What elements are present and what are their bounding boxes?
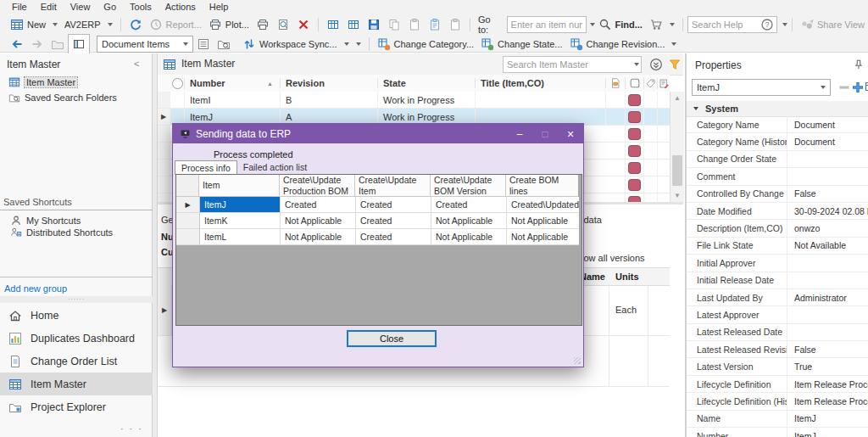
property-value[interactable]: Administrator: [787, 289, 868, 305]
cell-item[interactable]: ItemJ: [200, 197, 281, 213]
property-row[interactable]: File Link State Not Available: [687, 238, 868, 255]
property-row[interactable]: Latest Released Revision False: [687, 341, 868, 358]
clipboard-secondary-button[interactable]: [445, 15, 465, 34]
plot-button[interactable]: Plot...: [205, 15, 253, 34]
scroll-down-icon[interactable]: ▼: [670, 189, 684, 202]
table-scrollbar[interactable]: ▲ ▼: [670, 92, 684, 202]
results-column-item-action[interactable]: Create\Update Item: [355, 175, 431, 197]
results-column-bom-version[interactable]: Create\Update BOM Version: [431, 175, 506, 197]
print-button[interactable]: [253, 15, 273, 34]
search-item-master-input[interactable]: [504, 58, 631, 71]
import-table-button[interactable]: [323, 15, 343, 34]
cell-bom-version[interactable]: Not Applicable: [431, 229, 507, 245]
delete-button[interactable]: [293, 15, 314, 34]
back-button[interactable]: [7, 35, 27, 53]
property-value[interactable]: True: [787, 358, 868, 374]
menu-go[interactable]: Go: [97, 2, 123, 12]
resize-grip[interactable]: [574, 357, 581, 364]
save-to-erp-button[interactable]: [364, 15, 384, 34]
property-row[interactable]: Name ItemJ: [687, 411, 868, 428]
column-header-state[interactable]: State: [378, 78, 476, 88]
results-column-production-bom[interactable]: Create\Update Production BOM: [280, 175, 355, 197]
cell-number[interactable]: ItemI: [185, 92, 281, 108]
view-selector-combo[interactable]: Document Items: [97, 36, 193, 53]
sidebar-overflow-button[interactable]: · · ·: [120, 423, 143, 434]
row-select-cell[interactable]: [170, 92, 185, 108]
sidebar-item-home[interactable]: Home: [0, 304, 153, 327]
property-row[interactable]: Latest Approver: [687, 306, 868, 323]
sidebar-item-duplicates-dashboard[interactable]: Duplicates Dashboard: [0, 327, 153, 350]
change-state-button[interactable]: Change State...: [477, 35, 565, 53]
shortcut-distributed-shortcuts[interactable]: Distributed Shortcuts: [10, 226, 113, 239]
property-value[interactable]: onwzo: [787, 220, 868, 236]
property-row[interactable]: Category Name (Histori... Document: [687, 133, 868, 150]
table-row[interactable]: ItemI B Work in Progress: [158, 92, 670, 109]
tree-item-item-master[interactable]: Item Master: [8, 76, 77, 89]
tab-failed-action-list[interactable]: Failed action list: [237, 160, 313, 174]
change-category-button[interactable]: Change Category...: [374, 35, 478, 53]
property-value[interactable]: [787, 306, 868, 322]
property-value[interactable]: False: [787, 341, 868, 357]
cell-production-bom[interactable]: Not Applicable: [281, 229, 356, 245]
minimize-button[interactable]: –: [507, 124, 532, 143]
menu-view[interactable]: View: [64, 2, 97, 12]
property-value[interactable]: [787, 324, 868, 340]
details-view-button[interactable]: [193, 35, 214, 53]
scroll-up-icon[interactable]: ▲: [670, 92, 684, 104]
property-value[interactable]: Document: [787, 133, 868, 149]
sidebar-item-change-order-list[interactable]: Change Order List: [0, 350, 153, 373]
results-row-selected[interactable]: ▶ ItemJ Created Created Created Created\…: [176, 197, 581, 213]
property-value[interactable]: Not Available: [787, 238, 868, 254]
forward-button[interactable]: [27, 35, 47, 53]
property-value[interactable]: Item Release Process: [787, 376, 868, 392]
menu-file[interactable]: File: [5, 2, 34, 12]
collapse-panel-icon[interactable]: <: [134, 59, 139, 69]
property-row[interactable]: Initial Release Date: [687, 272, 868, 289]
property-value[interactable]: Document: [787, 116, 868, 132]
share-view-button[interactable]: Share View: [797, 15, 868, 34]
export-table-button[interactable]: [343, 15, 364, 34]
cell-production-bom[interactable]: Not Applicable: [281, 213, 356, 229]
property-row[interactable]: Initial Approver: [687, 255, 868, 272]
close-button[interactable]: Close: [347, 330, 437, 347]
menu-edit[interactable]: Edit: [34, 2, 64, 12]
properties-item-selector[interactable]: ItemJ: [692, 79, 831, 96]
copy-button[interactable]: [384, 15, 404, 34]
expand-collapse-icon[interactable]: [649, 58, 663, 71]
property-value[interactable]: [787, 272, 868, 289]
clipboard-report-button[interactable]: [425, 15, 445, 34]
property-row[interactable]: Latest Released Date: [687, 324, 868, 341]
cell-item-action[interactable]: Created: [356, 229, 431, 245]
edit-properties-icon[interactable]: [865, 81, 868, 94]
property-row[interactable]: Comment: [687, 168, 868, 185]
results-row[interactable]: ItemK Not Applicable Created Not Applica…: [176, 213, 581, 229]
new-button[interactable]: New: [7, 15, 61, 34]
section-header-system[interactable]: System: [687, 101, 868, 117]
main-tab-title[interactable]: Item Master: [181, 58, 235, 70]
pin-icon[interactable]: [853, 59, 865, 70]
column-header-tag[interactable]: [644, 78, 658, 89]
chevron-down-icon[interactable]: [782, 23, 787, 26]
column-header-notes[interactable]: [658, 78, 670, 89]
maximize-button[interactable]: □: [532, 124, 558, 143]
av2erp-button[interactable]: AV2ERP: [61, 15, 116, 34]
tab-process-info[interactable]: Process info: [175, 160, 237, 175]
column-header-number[interactable]: Number ▲: [185, 78, 281, 88]
workspace-sync-button[interactable]: Workspace Sync...: [239, 35, 364, 53]
menu-help[interactable]: Help: [203, 2, 236, 12]
property-row[interactable]: Last Updated By Administrator: [687, 289, 868, 306]
property-row[interactable]: Change Order State: [687, 151, 868, 168]
property-row[interactable]: Controlled By Change ... False: [687, 186, 868, 203]
property-row[interactable]: Lifecycle Definition Item Release Proces…: [687, 376, 868, 393]
property-value[interactable]: [787, 255, 868, 271]
remove-property-icon[interactable]: [837, 81, 851, 94]
cell-item[interactable]: ItemK: [200, 213, 281, 229]
property-row[interactable]: Description (Item,CO) onwzo: [687, 220, 868, 237]
erp-transfer-button[interactable]: [646, 15, 678, 34]
cell-item-action[interactable]: Created: [356, 197, 431, 213]
toggle-panel-button[interactable]: [68, 34, 90, 54]
cell-title[interactable]: [476, 92, 606, 108]
property-value[interactable]: Item Release Process: [787, 393, 868, 409]
property-value[interactable]: ItemJ: [787, 411, 868, 427]
select-all-radio[interactable]: [170, 78, 185, 89]
